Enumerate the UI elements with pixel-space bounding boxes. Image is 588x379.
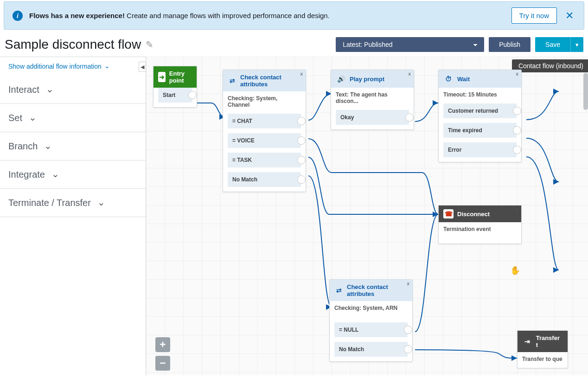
outcome-customer-returned[interactable]: Customer returned bbox=[443, 103, 517, 118]
output-port[interactable] bbox=[297, 117, 306, 125]
block-subtitle: Checking: System, Channel bbox=[223, 91, 306, 114]
outcome-voice[interactable]: = VOICE bbox=[228, 133, 301, 148]
outcome-okay[interactable]: Okay bbox=[336, 110, 409, 125]
block-subtitle: Checking: System, ARN bbox=[330, 301, 412, 322]
chevron-down-icon: ⌄ bbox=[51, 168, 59, 180]
canvas-scrollbar[interactable] bbox=[583, 73, 588, 110]
block-title: Check contact attributes bbox=[347, 283, 408, 297]
save-dropdown-button[interactable]: ▾ bbox=[570, 37, 583, 52]
chevron-down-icon: ⌄ bbox=[29, 112, 37, 123]
outcome-error[interactable]: Error bbox=[443, 142, 517, 157]
titlebar: Sample disconnect flow ✎ Latest: Publish… bbox=[0, 30, 588, 57]
block-check-contact-attributes-2[interactable]: ⇄Check contact attributesx Checking: Sys… bbox=[329, 279, 413, 362]
close-block-icon[interactable]: x bbox=[516, 206, 519, 212]
outcome-chat[interactable]: = CHAT bbox=[228, 114, 301, 128]
save-button[interactable]: Save bbox=[535, 37, 570, 52]
branch-icon: ⇄ bbox=[228, 76, 236, 86]
output-port[interactable] bbox=[188, 91, 197, 99]
output-port[interactable] bbox=[513, 107, 521, 115]
branch-icon: ⇄ bbox=[334, 285, 343, 295]
zoom-out-button[interactable]: − bbox=[155, 356, 170, 371]
speaker-icon: 🔊 bbox=[336, 74, 346, 84]
block-entry-point[interactable]: ➜Entry point Start bbox=[153, 66, 197, 108]
clock-icon: ⏱ bbox=[443, 74, 454, 84]
publish-button[interactable]: Publish bbox=[489, 37, 530, 52]
close-banner-icon[interactable]: ✕ bbox=[563, 10, 575, 22]
block-subtitle: Transfer to que bbox=[518, 352, 568, 368]
block-palette-sidebar: ◀ Show additional flow information ⌄ Int… bbox=[0, 57, 146, 375]
chevron-down-icon: ⌄ bbox=[104, 62, 110, 70]
category-interact[interactable]: Interact⌄ bbox=[0, 76, 146, 104]
output-port[interactable] bbox=[513, 146, 521, 154]
output-port[interactable] bbox=[297, 175, 306, 184]
collapse-sidebar-icon[interactable]: ◀ bbox=[139, 62, 146, 72]
close-block-icon[interactable]: x bbox=[516, 71, 519, 77]
output-port[interactable] bbox=[297, 156, 306, 164]
zoom-in-button[interactable]: + bbox=[155, 337, 170, 352]
info-banner: i Flows has a new experience! Create and… bbox=[4, 1, 584, 30]
banner-message: Flows has a new experience! Create and m… bbox=[29, 12, 505, 19]
output-port[interactable] bbox=[404, 345, 412, 353]
arrow-right-icon: ➜ bbox=[158, 72, 166, 82]
page-title: Sample disconnect flow bbox=[5, 37, 141, 52]
chevron-down-icon: ⌄ bbox=[44, 140, 52, 151]
outcome-task[interactable]: = TASK bbox=[228, 153, 301, 167]
close-block-icon[interactable]: x bbox=[300, 71, 303, 77]
close-block-icon[interactable]: x bbox=[409, 71, 411, 77]
phone-hangup-icon: ☎ bbox=[443, 209, 454, 218]
block-title: Check contact attributes bbox=[240, 74, 301, 88]
category-terminate-transfer[interactable]: Terminate / Transfer⌄ bbox=[0, 189, 146, 217]
outcome-no-match[interactable]: No Match bbox=[228, 172, 301, 187]
block-subtitle: Timeout: 15 Minutes bbox=[439, 88, 521, 103]
cursor-grab-icon: ✋ bbox=[510, 265, 520, 276]
outcome-null[interactable]: = NULL bbox=[334, 322, 408, 337]
zoom-controls: + − bbox=[155, 337, 170, 371]
chevron-down-icon: ⌄ bbox=[46, 84, 54, 95]
block-wait[interactable]: ⏱Waitx Timeout: 15 Minutes Customer retu… bbox=[438, 70, 522, 162]
flow-type-badge: Contact flow (inbound) bbox=[512, 59, 588, 72]
block-check-contact-attributes[interactable]: ⇄Check contact attributesx Checking: Sys… bbox=[223, 70, 306, 192]
output-port[interactable] bbox=[405, 113, 414, 122]
version-select[interactable]: Latest: Published bbox=[336, 37, 484, 52]
output-port[interactable] bbox=[297, 136, 306, 145]
output-port[interactable] bbox=[513, 126, 521, 135]
transfer-icon: ⇥ bbox=[522, 336, 532, 347]
output-port[interactable] bbox=[404, 326, 412, 334]
category-branch[interactable]: Branch⌄ bbox=[0, 132, 146, 161]
try-it-now-button[interactable]: Try it now bbox=[511, 7, 557, 24]
outcome-time-expired[interactable]: Time expired bbox=[443, 123, 517, 138]
outcome-start[interactable]: Start bbox=[158, 88, 192, 103]
block-title: Entry point bbox=[169, 70, 192, 84]
chevron-down-icon: ⌄ bbox=[97, 197, 105, 208]
category-integrate[interactable]: Integrate⌄ bbox=[0, 161, 146, 189]
flow-canvas[interactable]: Contact flow (inbound) bbox=[146, 57, 588, 375]
block-title: Wait bbox=[457, 76, 470, 83]
block-disconnect[interactable]: ☎Disconnectx Termination event bbox=[438, 205, 522, 244]
block-title: Play prompt bbox=[350, 76, 384, 83]
block-play-prompt[interactable]: 🔊Play promptx Text: The agent has discon… bbox=[331, 70, 414, 130]
block-title: Disconnect bbox=[457, 211, 490, 218]
category-set[interactable]: Set⌄ bbox=[0, 104, 146, 132]
edit-title-icon[interactable]: ✎ bbox=[146, 39, 153, 50]
outcome-no-match[interactable]: No Match bbox=[334, 342, 408, 357]
block-subtitle: Text: The agent has discon... bbox=[331, 88, 414, 110]
show-additional-info-link[interactable]: Show additional flow information ⌄ bbox=[0, 57, 146, 76]
block-transfer[interactable]: ⇥Transfer t Transfer to que bbox=[517, 330, 568, 368]
block-title: Transfer t bbox=[536, 334, 563, 348]
block-subtitle: Termination event bbox=[439, 222, 521, 244]
close-block-icon[interactable]: x bbox=[407, 281, 410, 286]
info-icon: i bbox=[13, 11, 23, 21]
